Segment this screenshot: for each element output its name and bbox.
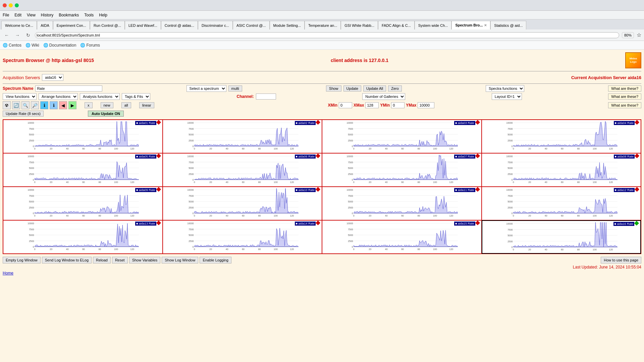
tab-control[interactable]: Control @ aidas... [161,21,198,29]
bookmark-forums[interactable]: 🌐 Forums [80,43,100,48]
analysis-functions-select[interactable]: Analysis functions [80,93,120,100]
tab-syswide[interactable]: System wide Ch... [415,21,452,29]
bookmark-centos[interactable]: 🌐 Centos [3,43,21,48]
multi-btn[interactable]: multi [228,85,242,92]
gallery-cell-aida07[interactable]: ■ aida07 Rate025005000750010000020406080… [322,153,482,187]
tab-temp[interactable]: Temperature an... [305,21,341,29]
empty-log-btn[interactable]: Empty Log Window [3,257,41,263]
reset-btn[interactable]: Reset [112,257,128,263]
tab-close-icon[interactable]: ✕ [484,23,487,27]
tab-spectrum[interactable]: Spectrum Bro... ✕ [451,21,490,29]
gallery-cell-aida04[interactable]: ■ aida04 Rate025005000750010000020406080… [482,120,641,153]
view-functions-select[interactable]: View functions [3,93,37,100]
gallery-cell-aida05[interactable]: ■ aida05 Rate025005000750010000020406080… [3,153,163,187]
refresh-icon-btn[interactable]: 🔄 [12,101,20,109]
menu-bookmarks[interactable]: Bookmarks [59,13,79,17]
tab-led[interactable]: LED and Wavef... [125,21,161,29]
tab-aida[interactable]: AIDA [37,21,53,29]
xmax-input[interactable]: 128 [365,102,379,108]
gallery-cell-aida09[interactable]: ■ aida09 Rate025005000750010000020406080… [3,187,163,220]
tab-discrim[interactable]: Discriminator c... [198,21,233,29]
gallery-cell-aida08[interactable]: ■ aida08 Rate025005000750010000020406080… [482,153,641,187]
enable-logging-btn[interactable]: Enable Logging [200,257,231,263]
gallery-cell-aida02[interactable]: ■ aida02 Rate025005000750010000020406080… [163,120,322,153]
ymin-input[interactable]: 0 [391,102,405,108]
svg-text:80: 80 [99,181,101,183]
forward-btn[interactable]: → [13,31,21,39]
svg-text:80: 80 [99,248,101,250]
tags-fits-select[interactable]: Tags & Fits [122,93,150,100]
menu-edit[interactable]: Edit [14,13,21,17]
gallery-cell-aida12[interactable]: ■ aida12 Rate025005000750010000020406080… [482,187,641,220]
auto-update-btn[interactable]: Auto Update ON [88,111,124,117]
all-btn[interactable]: all [121,102,131,108]
menu-help[interactable]: Help [99,13,107,17]
what-these-2-btn[interactable]: What are these? [608,94,641,100]
update-all-btn[interactable]: Update All [363,85,386,92]
xmin-input[interactable]: 0 [339,102,352,108]
what-these-3-btn[interactable]: What are these? [608,102,641,108]
tab-module[interactable]: Module Setting... [270,21,305,29]
zero-btn[interactable]: Zero [388,85,402,92]
bookmark-docs[interactable]: 🌐 Documentation [43,43,76,48]
close-btn[interactable] [3,3,7,7]
ymax-input[interactable]: 10000 [418,102,434,108]
x-btn[interactable]: x [85,102,93,108]
bookmark-wiki[interactable]: 🌐 Wiki [25,43,39,48]
update-btn[interactable]: Update [343,85,361,92]
what-these-1-btn[interactable]: What are these? [608,85,641,92]
gallery-cell-aida15[interactable]: ■ aida15 Rate025005000750010000020406080… [322,220,482,254]
minimize-btn[interactable] [9,3,13,7]
spectra-functions-select[interactable]: Spectra functions [486,85,524,92]
maximize-btn[interactable] [15,3,19,7]
gallery-cell-aida10[interactable]: ■ aida10 Rate025005000750010000020406080… [163,187,322,220]
channel-input[interactable] [256,94,276,100]
arrange-functions-select[interactable]: Arrange functions [39,93,78,100]
tab-gsi[interactable]: GSI White Rabb... [341,21,378,29]
layout-id-select[interactable]: Layout ID=1 [492,93,522,100]
back-btn[interactable]: ← [3,31,11,39]
gallery-cell-aida16[interactable]: ■ aida16 Rate025005000750010000020406080… [482,220,641,254]
spectrum-name-input[interactable]: Rate [35,85,102,92]
url-input[interactable]: localhost:8015/Spectrum/Spectrum.tml [35,32,619,38]
tab-welcome[interactable]: Welcome to Ce... [1,21,37,29]
menu-history[interactable]: History [41,13,53,17]
gallery-cell-aida03[interactable]: ■ aida03 Rate025005000750010000020406080… [322,120,482,153]
gallery-cell-aida14[interactable]: ■ aida14 Rate025005000750010000020406080… [163,220,322,254]
number-galleries-select[interactable]: Number of Galleries [362,93,405,100]
bookmark-star-icon[interactable]: ☆ [637,32,641,38]
select-spectrum-dropdown[interactable]: Select a spectrum [186,85,226,92]
show-variables-btn[interactable]: Show Variables [129,257,161,263]
next-icon-btn[interactable]: ▶ [68,101,76,109]
home-link[interactable]: Home [3,271,641,276]
tab-asic[interactable]: ASIC Control @... [233,21,270,29]
reload-nav-btn[interactable]: ↻ [24,31,32,39]
menu-file[interactable]: File [3,13,9,17]
menu-view[interactable]: View [27,13,36,17]
linear-btn[interactable]: linear [139,102,154,108]
gallery-cell-aida13[interactable]: ■ aida13 Rate025005000750010000020406080… [3,220,163,254]
functions-row: View functions Arrange functions Analysi… [3,93,641,100]
gallery-cell-aida06[interactable]: ■ aida06 Rate025005000750010000020406080… [163,153,322,187]
show-log-btn[interactable]: Show Log Window [162,257,198,263]
reload-page-btn[interactable]: Reload [93,257,111,263]
tab-stats[interactable]: Statistics @ aid... [490,21,526,29]
tab-fadc[interactable]: FADC Align & C... [378,21,415,29]
show-btn[interactable]: Show [326,85,341,92]
how-to-use-btn[interactable]: How to use this page [601,257,641,263]
radiation-icon-btn[interactable]: ☢ [3,101,11,109]
info2-icon-btn[interactable]: ℹ [50,101,58,109]
prev-icon-btn[interactable]: ◀ [59,101,67,109]
zoom-out-icon-btn[interactable]: 🔎 [31,101,39,109]
zoom-in-icon-btn[interactable]: 🔍 [21,101,30,109]
update-rate-btn[interactable]: Update Rate (8 secs) [3,111,44,117]
tab-runcontrol[interactable]: Run Control @... [90,21,125,29]
gallery-cell-aida01[interactable]: ■ aida01 Rate025005000750010000020406080… [3,120,163,153]
tab-experiment[interactable]: Experiment Con... [53,21,90,29]
gallery-cell-aida11[interactable]: ■ aida11 Rate025005000750010000020406080… [322,187,482,220]
info-icon-btn[interactable]: ℹ [40,101,48,109]
send-log-btn[interactable]: Send Log Window to ELog [42,257,92,263]
new-btn[interactable]: new [101,102,113,108]
menu-tools[interactable]: Tools [84,13,94,17]
acq-server-select[interactable]: aida16 [42,74,63,81]
